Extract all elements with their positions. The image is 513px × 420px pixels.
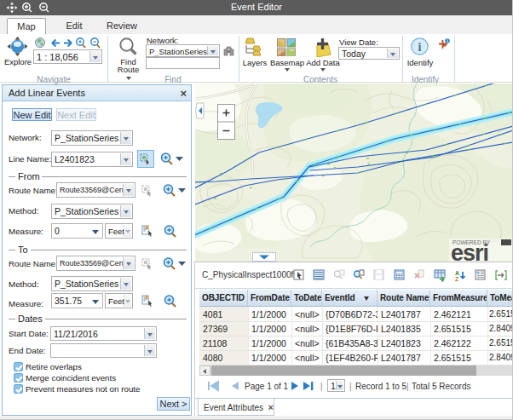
svg-text:A: A bbox=[455, 270, 459, 276]
svg-text:esri: esri bbox=[451, 240, 488, 262]
svg-text:i: i bbox=[447, 39, 447, 43]
svg-text:i: i bbox=[418, 41, 422, 54]
svg-text:Z: Z bbox=[455, 276, 459, 282]
